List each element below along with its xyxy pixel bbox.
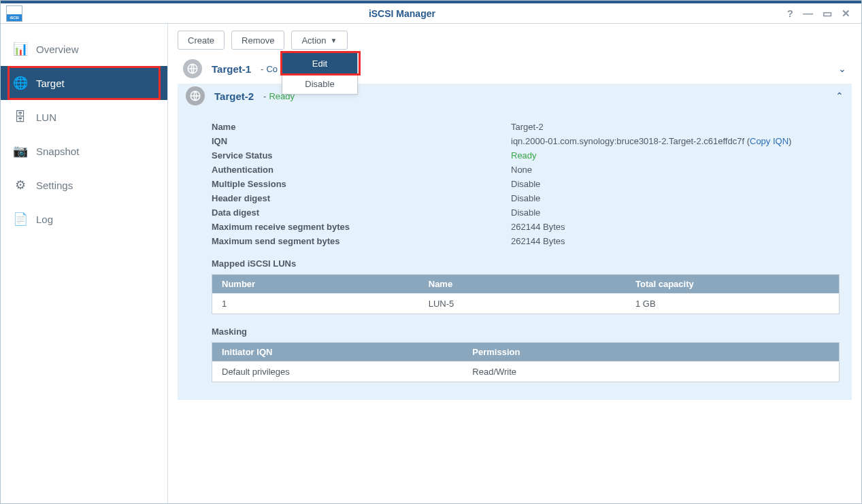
sidebar-item-log[interactable]: 📄 Log	[1, 202, 167, 236]
cell-capacity: 1 GB	[626, 294, 840, 314]
sidebar-item-settings[interactable]: ⚙ Settings	[1, 168, 167, 202]
value-max-send: 262144 Bytes	[511, 236, 565, 246]
label-header-digest: Header digest	[212, 193, 511, 203]
target-row-1[interactable]: Target-1 - Co ⌄	[178, 56, 852, 81]
copy-iqn-link[interactable]: Copy IQN	[750, 136, 789, 146]
help-icon[interactable]: ?	[787, 8, 793, 18]
target-name: Target-2	[214, 90, 254, 102]
value-auth: None	[511, 165, 532, 175]
target-icon: 🌐	[13, 75, 28, 90]
masking-section-title: Masking	[212, 326, 840, 337]
snapshot-icon: 📷	[13, 144, 28, 158]
luns-table: Number Name Total capacity 1 LUN-5 1 GB	[212, 274, 840, 314]
label-iqn: IQN	[212, 136, 511, 146]
col-capacity: Total capacity	[626, 275, 840, 294]
sidebar-item-target[interactable]: 🌐 Target	[1, 66, 167, 100]
content-area: Create Remove Action ▼ Edit Disable	[168, 24, 861, 503]
toolbar: Create Remove Action ▼ Edit Disable	[178, 31, 852, 50]
action-menu-disable[interactable]: Disable	[282, 73, 357, 94]
chevron-down-icon: ⌄	[838, 63, 846, 74]
table-header: Number Name Total capacity	[212, 275, 840, 294]
target-panel-2: Target-2 - Ready ⌃ NameTarget-2 IQN iqn.…	[178, 84, 852, 400]
settings-icon: ⚙	[13, 178, 28, 192]
col-name: Name	[419, 275, 626, 294]
globe-icon	[183, 59, 202, 78]
label-name: Name	[212, 122, 511, 132]
sidebar: 📊 Overview 🌐 Target 🗄 LUN 📷 Snapshot ⚙ S…	[1, 24, 168, 503]
cell-name: LUN-5	[419, 294, 626, 314]
overview-icon: 📊	[13, 41, 28, 56]
status-sep: -	[263, 91, 266, 101]
sidebar-item-label: Log	[36, 214, 53, 225]
caret-down-icon: ▼	[331, 37, 337, 44]
value-name: Target-2	[511, 122, 544, 132]
action-menu-edit[interactable]: Edit	[282, 53, 357, 73]
target-name: Target-1	[212, 63, 251, 75]
label-data-digest: Data digest	[212, 207, 511, 218]
app-icon	[6, 5, 22, 22]
label-multi-sessions: Multiple Sessions	[212, 179, 511, 189]
label-auth: Authentication	[212, 165, 511, 175]
iqn-text: iqn.2000-01.com.synology:bruce3018-2.Tar…	[511, 136, 744, 146]
target-details: NameTarget-2 IQN iqn.2000-01.com.synolog…	[178, 108, 852, 400]
cell-permission: Read/Write	[463, 362, 839, 382]
table-header: Initiator IQN Permission	[212, 343, 840, 362]
window-title: iSCSI Manager	[28, 8, 776, 19]
value-iqn: iqn.2000-01.com.synology:bruce3018-2.Tar…	[511, 136, 791, 146]
remove-button[interactable]: Remove	[231, 31, 284, 50]
masking-table: Initiator IQN Permission Default privile…	[212, 342, 840, 382]
label-service-status: Service Status	[212, 150, 511, 161]
cell-number: 1	[212, 294, 419, 314]
action-button[interactable]: Action ▼	[291, 31, 347, 50]
app-window: iSCSI Manager ? — ▭ ✕ 📊 Overview 🌐 Targe…	[0, 0, 862, 504]
label-max-send: Maximum send segment bytes	[212, 236, 511, 246]
value-service-status: Ready	[511, 150, 537, 161]
sidebar-item-snapshot[interactable]: 📷 Snapshot	[1, 134, 167, 168]
value-max-recv: 262144 Bytes	[511, 222, 565, 232]
maximize-icon[interactable]: ▭	[823, 8, 832, 18]
status-sep: -	[261, 64, 263, 74]
sidebar-item-label: Settings	[36, 180, 73, 191]
col-number: Number	[212, 275, 419, 294]
sidebar-item-label: Overview	[36, 44, 79, 55]
target-row-2[interactable]: Target-2 - Ready ⌃	[178, 84, 852, 108]
close-icon[interactable]: ✕	[842, 8, 850, 18]
luns-section-title: Mapped iSCSI LUNs	[212, 258, 840, 269]
sidebar-item-overview[interactable]: 📊 Overview	[1, 32, 167, 66]
value-header-digest: Disable	[511, 193, 540, 203]
table-row[interactable]: 1 LUN-5 1 GB	[212, 294, 840, 314]
globe-icon	[186, 86, 205, 105]
lun-icon: 🗄	[13, 110, 28, 124]
sidebar-item-lun[interactable]: 🗄 LUN	[1, 100, 167, 134]
table-row[interactable]: Default privileges Read/Write	[212, 362, 840, 382]
value-data-digest: Disable	[511, 207, 540, 218]
action-label: Action	[301, 35, 326, 46]
sidebar-item-label: Snapshot	[36, 146, 79, 157]
value-multi-sessions: Disable	[511, 179, 540, 189]
action-dropdown: Edit Disable	[282, 52, 358, 95]
target-status: Co	[266, 64, 278, 74]
col-permission: Permission	[463, 343, 839, 362]
col-initiator-iqn: Initiator IQN	[212, 343, 463, 362]
minimize-icon[interactable]: —	[803, 8, 813, 18]
sidebar-item-label: Target	[36, 78, 65, 89]
create-button[interactable]: Create	[178, 31, 225, 50]
title-bar: iSCSI Manager ? — ▭ ✕	[1, 1, 861, 24]
sidebar-item-label: LUN	[36, 112, 56, 123]
label-max-recv: Maximum receive segment bytes	[212, 222, 511, 232]
log-icon: 📄	[13, 212, 28, 226]
chevron-up-icon: ⌃	[835, 90, 844, 101]
cell-initiator-iqn: Default privileges	[212, 362, 463, 382]
